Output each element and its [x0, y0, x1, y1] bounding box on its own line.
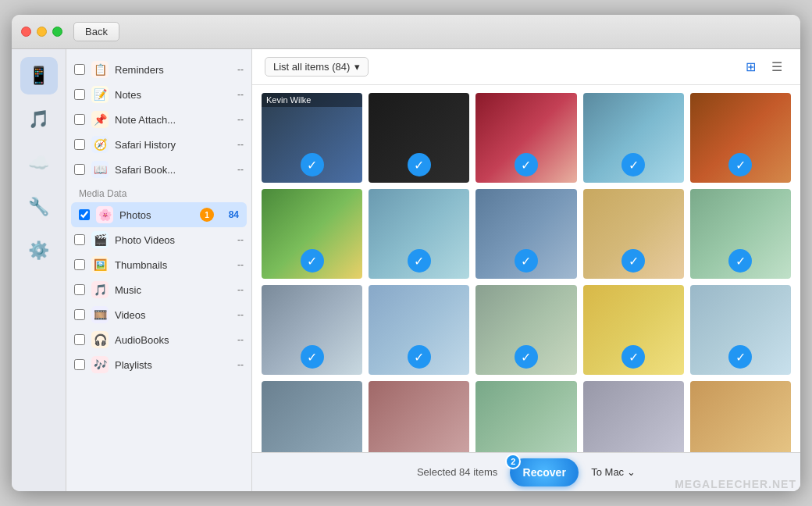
- photo-cell-4[interactable]: ✓: [583, 93, 684, 183]
- note-attach-count: --: [237, 114, 244, 125]
- close-button[interactable]: [21, 27, 31, 37]
- music-icon: 🎵: [91, 281, 109, 298]
- photo-cell-6[interactable]: ✓: [262, 189, 362, 279]
- sidebar-item-safari-history[interactable]: 🧭 Safari History --: [66, 132, 251, 157]
- videos-count: --: [237, 309, 244, 320]
- photo-check-4[interactable]: ✓: [621, 153, 645, 176]
- playlists-label: Playlists: [115, 359, 231, 371]
- sidebar-item-photos[interactable]: 🌸 Photos 1 84: [71, 202, 247, 227]
- status-bar: Selected 84 items 2 Recover To Mac ⌄: [252, 452, 800, 491]
- photo-cell-5[interactable]: ✓: [690, 93, 791, 183]
- photo-check-11[interactable]: ✓: [301, 345, 324, 369]
- photo-check-12[interactable]: ✓: [408, 345, 431, 369]
- sidebar-icon-music[interactable]: 🎵: [20, 101, 58, 138]
- sidebar-icon-phone[interactable]: 📱: [20, 57, 58, 94]
- photo-cell-3[interactable]: ✓: [475, 93, 576, 183]
- playlists-checkbox[interactable]: [74, 359, 85, 370]
- photo-check-8[interactable]: ✓: [515, 249, 538, 273]
- photo-cell-11[interactable]: ✓: [262, 285, 362, 375]
- photo-check-5[interactable]: ✓: [728, 153, 752, 176]
- notes-checkbox[interactable]: [74, 89, 85, 100]
- maximize-button[interactable]: [52, 27, 62, 37]
- note-attach-label: Note Attach...: [115, 114, 231, 126]
- selected-count-label: Selected 84 items: [417, 466, 497, 478]
- photo-check-14[interactable]: ✓: [621, 345, 645, 369]
- sidebar-icon-cloud[interactable]: ☁️: [20, 144, 58, 182]
- photo-check-10[interactable]: ✓: [728, 249, 752, 273]
- sidebar-item-videos[interactable]: 🎞️ Videos --: [66, 302, 251, 327]
- photo-cell-20[interactable]: [690, 381, 791, 452]
- recover-label: Recover: [523, 466, 566, 479]
- sidebar-icon-tools[interactable]: 🔧: [20, 188, 58, 226]
- sidebar-item-safari-bookmarks[interactable]: 📖 Safari Book... --: [66, 157, 251, 182]
- photo-cell-13[interactable]: ✓: [475, 285, 576, 375]
- safari-bookmarks-checkbox[interactable]: [74, 164, 85, 175]
- photo-cell-12[interactable]: ✓: [369, 285, 469, 375]
- content-toolbar: List all items (84) ▾ ⊞ ☰: [252, 49, 800, 85]
- list-view-button[interactable]: ☰: [766, 58, 788, 77]
- photo-cell-7[interactable]: ✓: [369, 189, 469, 279]
- videos-label: Videos: [115, 309, 231, 321]
- safari-history-count: --: [237, 139, 244, 150]
- content-area: List all items (84) ▾ ⊞ ☰ Kevin Wilke ✓ …: [252, 49, 800, 491]
- view-toggle: ⊞ ☰: [739, 58, 788, 77]
- sidebar-item-notes[interactable]: 📝 Notes --: [66, 82, 251, 107]
- thumbnails-count: --: [237, 259, 244, 270]
- sidebar-item-music[interactable]: 🎵 Music --: [66, 277, 251, 302]
- photo-check-2[interactable]: ✓: [408, 153, 431, 176]
- photo-cell-16[interactable]: [262, 381, 362, 452]
- photo-cell-8[interactable]: ✓: [475, 189, 576, 279]
- recover-badge: 2: [505, 454, 521, 469]
- photo-check-6[interactable]: ✓: [301, 249, 324, 273]
- photos-checkbox[interactable]: [79, 209, 90, 220]
- sidebar-item-note-attach[interactable]: 📌 Note Attach... --: [66, 107, 251, 132]
- note-attach-checkbox[interactable]: [74, 114, 85, 125]
- photo-check-9[interactable]: ✓: [621, 249, 645, 273]
- photo-videos-label: Photo Videos: [115, 234, 231, 246]
- sidebar-icon-settings[interactable]: ⚙️: [20, 232, 58, 269]
- audiobooks-count: --: [237, 334, 244, 345]
- photo-cell-19[interactable]: [583, 381, 684, 452]
- thumbnails-label: Thumbnails: [115, 259, 231, 271]
- photo-check-3[interactable]: ✓: [515, 153, 538, 176]
- back-button[interactable]: Back: [73, 22, 119, 41]
- videos-checkbox[interactable]: [74, 309, 85, 320]
- photo-cell-10[interactable]: ✓: [690, 189, 791, 279]
- titlebar: Back: [12, 15, 800, 49]
- photo-cell-18[interactable]: [475, 381, 576, 452]
- sidebar-item-reminders[interactable]: 📋 Reminders --: [66, 57, 251, 82]
- recover-button[interactable]: 2 Recover: [510, 458, 579, 486]
- main-content: 📱 🎵 ☁️ 🔧 ⚙️ 📋 Reminders -- 📝 Notes --: [12, 49, 800, 491]
- minimize-button[interactable]: [37, 27, 47, 37]
- photo-videos-checkbox[interactable]: [74, 234, 85, 245]
- main-window: Back 📱 🎵 ☁️ 🔧 ⚙️ 📋 Reminders -- 📝: [12, 15, 800, 491]
- sidebar-item-audiobooks[interactable]: 🎧 AudioBooks --: [66, 327, 251, 352]
- photo-cell-9[interactable]: ✓: [583, 189, 684, 279]
- photo-cell-17[interactable]: [369, 381, 469, 452]
- to-mac-selector[interactable]: To Mac ⌄: [591, 466, 636, 478]
- sidebar-item-playlists[interactable]: 🎶 Playlists --: [66, 352, 251, 377]
- thumbnails-checkbox[interactable]: [74, 259, 85, 270]
- grid-view-button[interactable]: ⊞: [739, 58, 761, 77]
- safari-history-checkbox[interactable]: [74, 139, 85, 150]
- photo-check-1[interactable]: ✓: [301, 153, 324, 176]
- photo-cell-2[interactable]: ✓: [369, 93, 469, 183]
- photo-cell-1[interactable]: Kevin Wilke ✓: [262, 93, 362, 183]
- photo-cell-15[interactable]: ✓: [690, 285, 791, 375]
- safari-bookmarks-count: --: [237, 164, 244, 175]
- sidebar-item-thumbnails[interactable]: 🖼️ Thumbnails --: [66, 252, 251, 277]
- photo-check-13[interactable]: ✓: [515, 345, 538, 369]
- music-checkbox[interactable]: [74, 284, 85, 295]
- photo-check-7[interactable]: ✓: [408, 249, 431, 273]
- audiobooks-checkbox[interactable]: [74, 334, 85, 345]
- to-mac-label: To Mac: [591, 466, 624, 478]
- photo-check-15[interactable]: ✓: [728, 345, 752, 369]
- music-label: Music: [115, 284, 231, 296]
- notes-count: --: [237, 89, 244, 100]
- photo-cell-14[interactable]: ✓: [583, 285, 684, 375]
- sidebar-item-photo-videos[interactable]: 🎬 Photo Videos --: [66, 227, 251, 252]
- list-selector[interactable]: List all items (84) ▾: [265, 57, 369, 77]
- music-count: --: [237, 284, 244, 295]
- reminders-checkbox[interactable]: [74, 64, 85, 75]
- photo-videos-icon: 🎬: [91, 231, 109, 248]
